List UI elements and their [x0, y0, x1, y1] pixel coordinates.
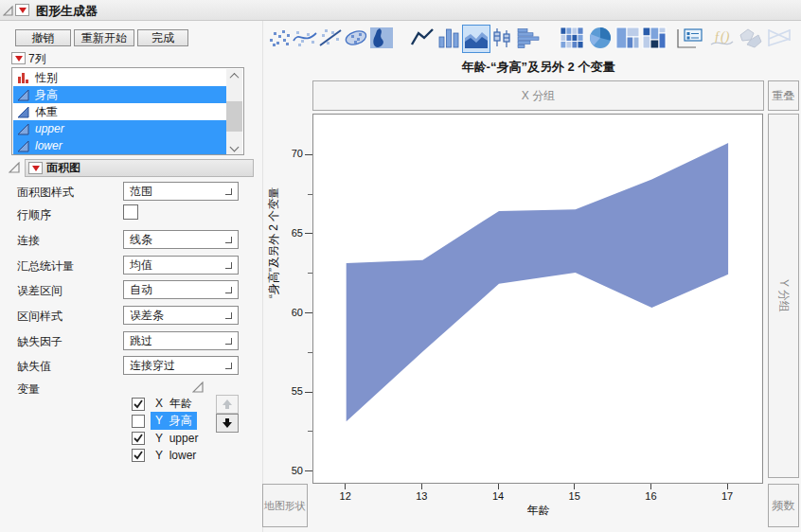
red-triangle-menu-icon[interactable]	[15, 4, 29, 16]
columns-red-triangle-icon[interactable]	[11, 52, 26, 64]
x-tick-mark	[421, 484, 422, 489]
y-minor-tick-mark	[308, 431, 312, 432]
chevron-down-icon	[225, 262, 232, 269]
continuous-column-icon	[17, 123, 29, 135]
missing-value-dropdown[interactable]: 连接穿过	[123, 356, 239, 375]
drop-zone-frequency[interactable]: 频数	[768, 484, 799, 527]
column-item-height[interactable]: 身高	[13, 86, 228, 103]
parallel-plot-icon	[766, 26, 792, 50]
heatmap-icon[interactable]	[560, 26, 584, 50]
ellipse-icon[interactable]	[344, 26, 368, 50]
variable-row-y-upper[interactable]: Y upper	[132, 430, 203, 446]
points-icon[interactable]	[267, 26, 292, 50]
box-plot-icon[interactable]	[490, 26, 514, 50]
formula-icon: ƒ()	[709, 26, 735, 50]
x-tick-mark	[727, 484, 728, 489]
chevron-down-icon	[225, 338, 232, 345]
area-band-chart	[313, 115, 762, 483]
panel-divider	[262, 21, 263, 532]
connect-dropdown[interactable]: 线条	[123, 230, 239, 249]
x-tick-mark	[498, 484, 499, 489]
column-item-gender[interactable]: 性别	[13, 69, 228, 86]
mosaic-icon[interactable]	[642, 26, 667, 50]
x-tick-label: 14	[484, 490, 512, 502]
pie-icon[interactable]	[588, 26, 613, 50]
scroll-up-icon[interactable]	[226, 69, 242, 83]
bar-icon[interactable]	[436, 26, 461, 50]
drop-zone-overlay[interactable]: 重叠	[768, 80, 799, 111]
option-label: 缺失因子	[17, 334, 62, 350]
drop-zone-map-shape[interactable]: 地图形状	[262, 484, 308, 527]
continuous-column-icon	[17, 106, 29, 118]
column-label: upper	[35, 122, 64, 135]
y-minor-tick-mark	[308, 273, 312, 274]
column-item-lower[interactable]: lower	[13, 137, 228, 154]
column-label: 身高	[35, 87, 58, 103]
line-of-fit-icon[interactable]	[318, 26, 343, 50]
nominal-column-icon	[17, 72, 29, 84]
scroll-down-icon[interactable]	[226, 140, 242, 154]
continuous-column-icon	[17, 89, 29, 101]
drop-zone-x-group[interactable]: X 分组	[312, 80, 764, 111]
smoother-icon[interactable]	[293, 26, 317, 50]
checkbox-unchecked-icon[interactable]	[132, 415, 145, 428]
treemap-icon[interactable]	[615, 26, 640, 50]
checkbox-checked-icon[interactable]	[132, 432, 145, 445]
area-chart-section-header[interactable]: 面积图	[25, 159, 254, 177]
section-red-triangle-icon[interactable]	[28, 162, 43, 174]
option-label: 行顺序	[17, 207, 51, 223]
variables-disclosure-icon[interactable]	[192, 381, 204, 393]
histogram-icon[interactable]	[516, 26, 541, 50]
section-disclosure-icon[interactable]	[9, 162, 20, 173]
chevron-down-icon	[225, 237, 232, 243]
restart-button[interactable]: 重新开始	[74, 29, 134, 46]
undo-button[interactable]: 撤销	[15, 29, 71, 46]
x-tick-label: 13	[407, 490, 436, 502]
x-tick-mark	[574, 484, 575, 489]
interval-style-dropdown[interactable]: 误差条	[123, 306, 239, 325]
chevron-down-icon	[225, 312, 232, 319]
checkbox-checked-icon[interactable]	[132, 398, 145, 411]
error-interval-dropdown[interactable]: 自动	[123, 280, 239, 299]
chevron-down-icon	[225, 188, 232, 195]
y-tick-mark	[305, 392, 312, 393]
y-tick-mark	[305, 233, 312, 234]
summary-statistic-dropdown[interactable]: 均值	[123, 256, 239, 275]
caption-box-icon[interactable]	[672, 26, 710, 52]
plot-area[interactable]	[312, 114, 763, 484]
map-shapes-icon	[738, 26, 763, 50]
area-icon[interactable]	[462, 25, 490, 53]
variable-row-y-height[interactable]: Y 身高	[132, 413, 197, 429]
x-axis-title[interactable]: 年龄	[312, 503, 764, 519]
missing-factor-dropdown[interactable]: 跳过	[123, 331, 239, 350]
move-up-icon	[216, 395, 239, 414]
checkbox-checked-icon[interactable]	[132, 449, 145, 462]
contour-icon[interactable]	[369, 26, 394, 50]
y-tick-mark	[305, 154, 312, 155]
y-tick-label: 60	[265, 307, 303, 318]
x-tick-label: 17	[713, 490, 741, 502]
x-tick-label: 16	[636, 490, 665, 502]
x-tick-mark	[650, 484, 651, 489]
line-icon[interactable]	[410, 26, 435, 50]
drop-zone-y-group[interactable]: Y 分组	[768, 114, 799, 478]
column-label: 性别	[35, 70, 58, 86]
y-tick-label: 50	[265, 465, 303, 476]
scrollbar-thumb[interactable]	[226, 101, 242, 132]
y-axis-title[interactable]: “身高”及另外 2 个变量	[266, 187, 282, 298]
move-down-icon[interactable]	[216, 414, 239, 433]
done-button[interactable]: 完成	[137, 29, 188, 46]
row-order-checkbox[interactable]	[123, 204, 138, 220]
variable-row-y-lower[interactable]: Y lower	[132, 447, 201, 463]
graph-title[interactable]: 年龄-“身高”及另外 2 个变量	[312, 59, 764, 76]
svg-text:ƒ(): ƒ()	[714, 29, 730, 44]
column-item-weight[interactable]: 体重	[13, 103, 228, 120]
variable-row-x-age[interactable]: X 年龄	[132, 396, 197, 412]
columns-scrollbar[interactable]	[226, 69, 242, 154]
column-item-upper[interactable]: upper	[13, 120, 228, 137]
disclosure-open-icon[interactable]	[3, 6, 13, 16]
chevron-down-icon	[225, 363, 232, 369]
area-style-dropdown[interactable]: 范围	[123, 182, 239, 201]
columns-list: 性别 身高 体重 upper lower	[11, 67, 244, 155]
x-tick-mark	[345, 484, 346, 489]
